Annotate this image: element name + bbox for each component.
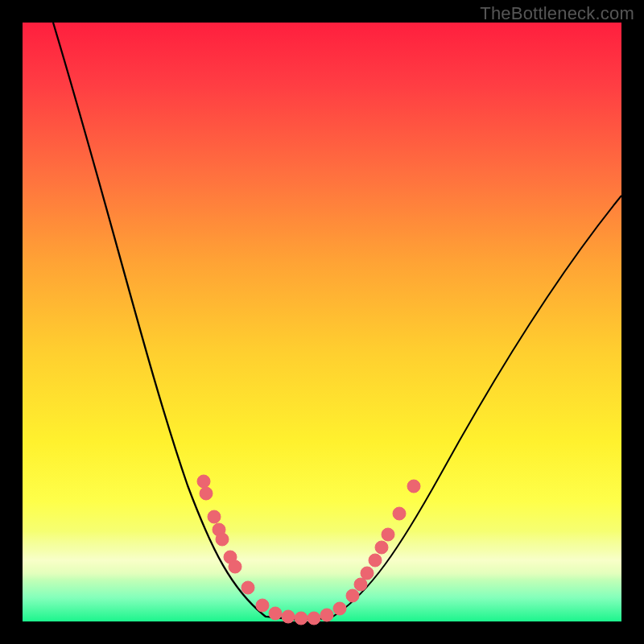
svg-point-9: [269, 607, 282, 620]
svg-point-1: [200, 487, 213, 500]
plot-area: [23, 23, 621, 621]
scatter-markers: [197, 475, 420, 625]
svg-point-7: [242, 581, 254, 594]
svg-point-13: [320, 609, 333, 621]
chart-container: TheBottleneck.com: [0, 0, 644, 644]
svg-point-8: [256, 599, 269, 612]
svg-point-2: [208, 510, 221, 523]
svg-point-21: [393, 507, 406, 520]
svg-point-4: [216, 533, 229, 546]
svg-point-14: [333, 602, 346, 615]
svg-point-0: [197, 475, 210, 488]
svg-point-10: [282, 610, 295, 623]
svg-point-15: [346, 589, 359, 602]
svg-point-19: [375, 541, 388, 554]
watermark-text: TheBottleneck.com: [480, 3, 634, 24]
curve-right: [299, 196, 621, 620]
svg-point-22: [407, 480, 420, 493]
svg-point-16: [354, 578, 367, 591]
svg-point-18: [369, 554, 382, 567]
svg-point-17: [361, 567, 374, 580]
svg-point-12: [308, 612, 320, 625]
curve-layer: [23, 23, 621, 621]
svg-point-11: [295, 612, 308, 625]
svg-point-6: [229, 560, 242, 573]
svg-point-20: [382, 528, 394, 541]
curve-left: [53, 23, 299, 620]
